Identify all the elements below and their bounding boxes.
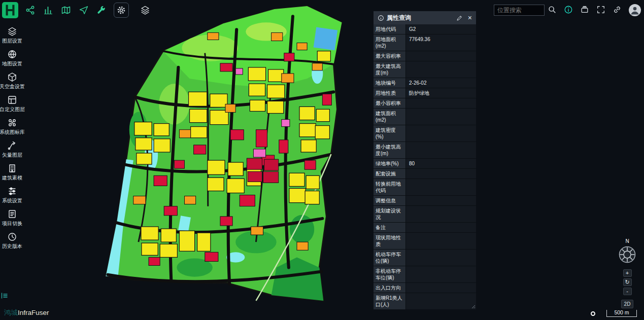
attr-value — [406, 293, 476, 309]
attr-label: 最小容积率 — [374, 98, 406, 108]
info-button[interactable] — [564, 5, 574, 15]
app-logo-button[interactable] — [2, 2, 18, 18]
attr-value — [406, 51, 476, 61]
panel-resize-handle[interactable] — [470, 304, 476, 309]
attr-value: 80 — [406, 159, 476, 168]
attr-row: 绿地率(%)80 — [374, 159, 476, 169]
zoom-out-button[interactable]: - — [623, 288, 632, 295]
sidebar-item-vector-layer[interactable]: 矢量图层 — [2, 140, 22, 159]
zoom-in-button[interactable]: + — [623, 269, 632, 277]
search-input[interactable] — [494, 5, 545, 16]
sidebar-item-label: 天空盒设置 — [0, 83, 25, 90]
top-toolbar — [0, 0, 151, 20]
attr-row: 出入口方向 — [374, 283, 476, 293]
attr-value — [406, 266, 476, 282]
attr-row: 最大建筑高度(m) — [374, 61, 476, 78]
attr-value: 77649.36 — [406, 34, 476, 51]
user-avatar[interactable] — [629, 4, 641, 16]
sidebar-item-label: 系统图标库 — [0, 129, 25, 136]
location-search — [494, 5, 558, 16]
attr-row: 用地代码G2 — [374, 24, 476, 34]
attr-value — [406, 233, 476, 249]
collection-button[interactable] — [580, 5, 590, 15]
sidebar-item-skybox[interactable]: 天空盒设置 — [0, 72, 25, 90]
close-icon[interactable]: × — [468, 14, 472, 21]
panel-header[interactable]: 属性查询 × — [374, 11, 476, 24]
attr-value — [406, 223, 476, 232]
attr-row: 调整信息 — [374, 196, 476, 206]
person-icon — [629, 4, 641, 16]
attr-row: 最大容积率 — [374, 51, 476, 61]
attr-value — [406, 250, 476, 266]
attr-row: 备注 — [374, 223, 476, 233]
edit-pencil-icon[interactable] — [456, 15, 463, 21]
attr-row: 新增R1类人口(人) — [374, 293, 476, 309]
attr-row: 最小建筑高度(m) — [374, 142, 476, 159]
zoning-map[interactable] — [101, 2, 344, 303]
attr-row: 用地面积(m2)77649.36 — [374, 34, 476, 51]
sidebar-item-project-switch[interactable]: 项目切换 — [2, 209, 22, 227]
share-button[interactable] — [25, 5, 36, 16]
bar-chart-button[interactable] — [43, 5, 54, 16]
link-button[interactable] — [613, 5, 623, 15]
attr-value — [406, 125, 476, 141]
sidebar-item-custom-layer[interactable]: 自定义图层 — [0, 95, 25, 113]
attr-value — [406, 142, 476, 158]
planning-map-button[interactable] — [60, 5, 72, 16]
layers-icon — [7, 26, 17, 37]
attr-row: 转换前用地代码 — [374, 179, 476, 196]
sidebar-item-system-settings[interactable]: 系统设置 — [2, 186, 22, 204]
search-icon[interactable] — [548, 5, 558, 15]
sidebar-item-map[interactable]: 地图设置 — [2, 49, 22, 67]
sidebar-item-icon-library[interactable]: 系统图标库 — [0, 118, 25, 136]
panel-toggle-icon[interactable] — [1, 292, 8, 299]
fullscreen-button[interactable] — [596, 5, 606, 15]
map-mode-2d-button[interactable]: 2D — [621, 300, 633, 308]
attr-row: 最小容积率 — [374, 98, 476, 109]
attr-label: 建筑面积(m2) — [374, 109, 406, 125]
attr-row: 地块编号2-26-02 — [374, 78, 476, 88]
compass[interactable] — [618, 245, 636, 264]
sidebar-item-label: 矢量图层 — [2, 152, 22, 159]
building-model-icon — [7, 163, 17, 173]
attr-value: 防护绿地 — [406, 88, 476, 98]
attr-label: 地块编号 — [374, 78, 406, 88]
attribute-query-panel: 属性查询 × 用地代码G2用地面积(m2)77649.36最大容积率最大建筑高度… — [374, 11, 476, 309]
attr-label: 建筑密度(%) — [374, 125, 406, 141]
attr-value — [406, 283, 476, 293]
attr-label: 现状用地性质 — [374, 233, 406, 249]
reset-view-button[interactable]: ↻ — [623, 278, 632, 286]
sidebar-item-history-version[interactable]: 历史版本 — [2, 232, 22, 250]
left-sidebar: 图层设置地图设置天空盒设置自定义图层系统图标库矢量图层建筑素模系统设置项目切换历… — [0, 26, 24, 255]
system-settings-icon — [7, 186, 17, 196]
attr-row: 现状用地性质 — [374, 233, 476, 250]
layer-stack-button[interactable] — [140, 5, 151, 16]
attr-value — [406, 61, 476, 78]
attr-label: 出入口方向 — [374, 283, 406, 293]
map-viewport[interactable] — [101, 2, 344, 303]
attr-label: 非机动车停车位(辆) — [374, 266, 406, 282]
record-indicator[interactable] — [591, 311, 595, 316]
attr-label: 绿地率(%) — [374, 159, 406, 168]
attr-label: 用地性质 — [374, 88, 406, 98]
attr-value — [406, 109, 476, 125]
sidebar-item-building-model[interactable]: 建筑素模 — [2, 163, 22, 182]
scale-bar: 500 m — [606, 310, 637, 317]
attr-row: 建筑面积(m2) — [374, 109, 476, 125]
sidebar-item-label: 自定义图层 — [0, 106, 25, 113]
attr-value: G2 — [406, 24, 476, 34]
icon-library-icon — [7, 118, 17, 128]
attr-row: 用地性质防护绿地 — [374, 88, 476, 98]
sidebar-item-label: 历史版本 — [2, 243, 22, 250]
sidebar-item-layers[interactable]: 图层设置 — [2, 26, 22, 45]
send-button[interactable] — [78, 5, 89, 16]
history-version-icon — [7, 232, 17, 242]
info-icon — [378, 15, 384, 21]
bottom-right-bar: 500 m — [591, 310, 637, 317]
attr-row: 建筑密度(%) — [374, 125, 476, 142]
attr-row: 配套设施 — [374, 169, 476, 179]
attr-label: 最小建筑高度(m) — [374, 142, 406, 158]
settings-gear-button[interactable] — [114, 3, 129, 18]
panel-title: 属性查询 — [387, 14, 456, 22]
tools-button[interactable] — [96, 5, 107, 16]
